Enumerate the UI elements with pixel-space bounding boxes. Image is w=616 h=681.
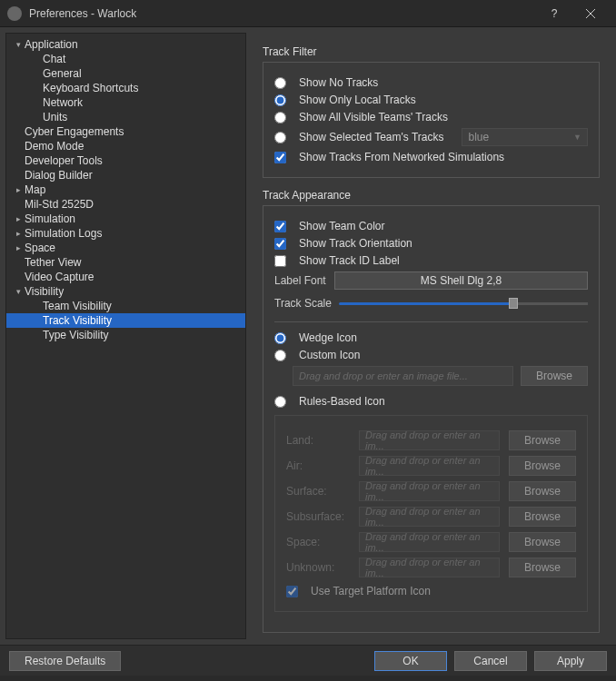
checkbox-target-platform-icon[interactable] bbox=[286, 586, 298, 597]
chevron-right-icon[interactable]: ▸ bbox=[12, 183, 25, 196]
close-button[interactable] bbox=[572, 0, 609, 27]
titlebar: Preferences - Warlock ? bbox=[0, 0, 616, 27]
tree-item-label: Simulation Logs bbox=[25, 227, 102, 240]
tree-spacer bbox=[12, 140, 25, 153]
label-show-local-tracks: Show Only Local Tracks bbox=[299, 94, 416, 106]
tree-item-team-visibility[interactable]: Team Visibility bbox=[6, 299, 245, 313]
category-browse-button[interactable]: Browse bbox=[509, 532, 576, 552]
tree-item-map[interactable]: ▸Map bbox=[6, 183, 245, 197]
category-path-input[interactable]: Drag and drop or enter an im... bbox=[359, 456, 500, 476]
custom-icon-path-input[interactable]: Drag and drop or enter an image file... bbox=[293, 366, 513, 386]
tree-spacer bbox=[30, 111, 43, 123]
tree-spacer bbox=[12, 154, 25, 167]
tree-spacer bbox=[12, 125, 25, 138]
tree-item-visibility[interactable]: ▾Visibility bbox=[6, 284, 245, 299]
category-browse-button[interactable]: Browse bbox=[509, 507, 576, 527]
tree-item-label: Demo Mode bbox=[25, 140, 84, 153]
track-scale-label: Track Scale bbox=[274, 297, 332, 310]
tree-item-simulation-logs[interactable]: ▸Simulation Logs bbox=[6, 226, 245, 241]
icon-category-row: Space:Drag and drop or enter an im...Bro… bbox=[286, 532, 576, 552]
category-browse-button[interactable]: Browse bbox=[509, 558, 576, 577]
apply-button[interactable]: Apply bbox=[534, 651, 607, 671]
tree-item-type-visibility[interactable]: Type Visibility bbox=[6, 328, 245, 342]
category-label: Surface: bbox=[286, 485, 350, 498]
help-button[interactable]: ? bbox=[536, 0, 572, 27]
chevron-down-icon: ▼ bbox=[573, 133, 581, 142]
label-font-label: Label Font bbox=[274, 274, 327, 287]
category-browse-button[interactable]: Browse bbox=[509, 430, 576, 450]
tree-item-demo-mode[interactable]: Demo Mode bbox=[6, 139, 245, 153]
slider-thumb[interactable] bbox=[509, 298, 518, 309]
category-path-input[interactable]: Drag and drop or enter an im... bbox=[359, 430, 500, 450]
tree-item-track-visibility[interactable]: Track Visibility bbox=[6, 313, 245, 328]
cancel-button[interactable]: Cancel bbox=[454, 651, 527, 671]
chevron-right-icon[interactable]: ▸ bbox=[12, 242, 25, 254]
tree-item-network[interactable]: Network bbox=[6, 95, 245, 110]
tree-spacer bbox=[30, 300, 43, 312]
category-path-input[interactable]: Drag and drop or enter an im... bbox=[359, 481, 500, 501]
tree-item-label: Track Visibility bbox=[43, 314, 112, 327]
tree-item-simulation[interactable]: ▸Simulation bbox=[6, 212, 245, 226]
icon-category-row: Land:Drag and drop or enter an im...Brow… bbox=[286, 430, 576, 450]
tree-item-units[interactable]: Units bbox=[6, 110, 245, 124]
custom-icon-browse-button[interactable]: Browse bbox=[521, 366, 588, 386]
category-path-input[interactable]: Drag and drop or enter an im... bbox=[359, 532, 500, 552]
checkbox-team-color[interactable] bbox=[274, 221, 286, 232]
tree-item-video-capture[interactable]: Video Capture bbox=[6, 270, 245, 284]
rules-icon-group: Land:Drag and drop or enter an im...Brow… bbox=[274, 415, 588, 612]
category-browse-button[interactable]: Browse bbox=[509, 481, 576, 501]
tree-item-developer-tools[interactable]: Developer Tools bbox=[6, 153, 245, 168]
radio-show-no-tracks[interactable] bbox=[274, 77, 286, 89]
checkbox-track-orientation[interactable] bbox=[274, 238, 286, 250]
category-path-input[interactable]: Drag and drop or enter an im... bbox=[359, 558, 500, 577]
checkbox-networked-sim[interactable] bbox=[274, 152, 286, 163]
tree-spacer bbox=[12, 198, 25, 211]
chevron-right-icon[interactable]: ▸ bbox=[12, 212, 25, 225]
checkbox-track-id-label[interactable] bbox=[274, 255, 286, 267]
category-label: Space: bbox=[286, 536, 350, 548]
chevron-down-icon[interactable]: ▾ bbox=[12, 38, 25, 51]
tree-item-keyboard-shortcuts[interactable]: Keyboard Shortcuts bbox=[6, 81, 245, 95]
tree-item-label: Mil-Std 2525D bbox=[25, 198, 94, 211]
team-select[interactable]: blue ▼ bbox=[462, 128, 588, 146]
chevron-right-icon[interactable]: ▸ bbox=[12, 227, 25, 240]
nav-tree[interactable]: ▾ApplicationChatGeneralKeyboard Shortcut… bbox=[5, 33, 246, 639]
tree-item-dialog-builder[interactable]: Dialog Builder bbox=[6, 168, 245, 183]
radio-show-local-tracks[interactable] bbox=[274, 94, 286, 106]
app-icon bbox=[7, 6, 22, 21]
track-scale-slider[interactable] bbox=[339, 294, 588, 312]
tree-item-general[interactable]: General bbox=[6, 66, 245, 81]
icon-category-row: Unknown:Drag and drop or enter an im...B… bbox=[286, 558, 576, 577]
ok-button[interactable]: OK bbox=[374, 651, 447, 671]
tree-item-space[interactable]: ▸Space bbox=[6, 241, 245, 255]
window-title: Preferences - Warlock bbox=[29, 7, 536, 20]
radio-show-selected-team[interactable] bbox=[274, 132, 286, 143]
tree-item-cyber-engagements[interactable]: Cyber Engagements bbox=[6, 124, 245, 139]
tree-item-label: Application bbox=[25, 38, 78, 51]
tree-item-label: Tether View bbox=[25, 256, 81, 269]
tree-item-application[interactable]: ▾Application bbox=[6, 37, 245, 52]
category-label: Subsurface: bbox=[286, 510, 350, 523]
tree-item-label: Dialog Builder bbox=[25, 169, 93, 182]
radio-rules-based-icon[interactable] bbox=[274, 396, 286, 408]
tree-spacer bbox=[30, 53, 43, 65]
tree-item-label: Team Visibility bbox=[43, 300, 112, 312]
tree-item-chat[interactable]: Chat bbox=[6, 52, 245, 66]
category-path-input[interactable]: Drag and drop or enter an im... bbox=[359, 507, 500, 527]
tree-item-label: Cyber Engagements bbox=[25, 125, 124, 138]
restore-defaults-button[interactable]: Restore Defaults bbox=[9, 651, 121, 671]
tree-item-label: General bbox=[43, 67, 82, 80]
dialog-footer: Restore Defaults OK Cancel Apply bbox=[0, 645, 616, 676]
tree-item-mil-std-2525d[interactable]: Mil-Std 2525D bbox=[6, 197, 245, 212]
chevron-down-icon[interactable]: ▾ bbox=[12, 285, 25, 298]
tree-item-label: Map bbox=[25, 183, 45, 196]
category-browse-button[interactable]: Browse bbox=[509, 456, 576, 476]
label-font-button[interactable]: MS Shell Dlg 2,8 bbox=[334, 271, 588, 290]
radio-custom-icon[interactable] bbox=[274, 350, 286, 361]
team-select-value: blue bbox=[468, 131, 489, 143]
label-show-no-tracks: Show No Tracks bbox=[299, 76, 378, 89]
tree-item-tether-view[interactable]: Tether View bbox=[6, 255, 245, 270]
tree-spacer bbox=[12, 169, 25, 182]
radio-wedge-icon[interactable] bbox=[274, 332, 286, 344]
radio-show-visible-teams[interactable] bbox=[274, 112, 286, 123]
